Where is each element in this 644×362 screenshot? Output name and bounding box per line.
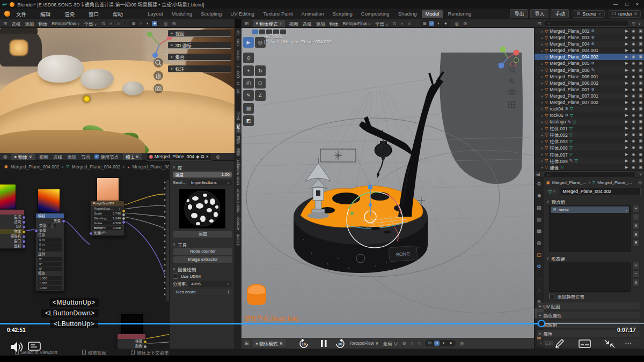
camera-visibility-icon[interactable]: ▣ — [639, 113, 642, 117]
solid-shading-icon[interactable]: ○ — [434, 341, 440, 346]
outliner-row[interactable]: ▸▽rock05⚙▽▶◉▣ — [535, 112, 644, 119]
sidebar-tab-po[interactable]: po — [236, 87, 240, 95]
vertex-group-item[interactable]: ▤mask▪ — [551, 206, 629, 213]
outliner-row[interactable]: ▸▽Merged_Plane_005⚙▶◉▣ — [535, 60, 644, 67]
node-counter-button[interactable]: Node counter — [173, 248, 233, 255]
eye-icon[interactable]: ◉ — [632, 68, 635, 72]
outliner-row[interactable]: ▸▽rock04⚙▽▶◉▣ — [535, 106, 644, 112]
scene-selector[interactable]: ⊡ Scene ∨ — [573, 10, 604, 18]
snap-magnet-icon[interactable]: ∩ — [400, 21, 404, 26]
select-cursor-icon[interactable]: ▶ — [625, 48, 628, 53]
pivot-icon[interactable]: ⊙ — [101, 21, 105, 26]
wireframe-shading-icon[interactable]: ⊞ — [427, 341, 433, 346]
eye-icon[interactable]: ◉ — [632, 113, 635, 117]
mapping-value-field[interactable]: 0° — [38, 257, 62, 261]
eye-icon[interactable]: ◉ — [632, 42, 635, 46]
list-remove-button[interactable]: − — [632, 213, 640, 221]
section-UV 贴图[interactable]: ▸UV 贴图 — [537, 302, 640, 309]
sidebar-tab-Scree[interactable]: Scree — [236, 48, 240, 61]
tool-rotate[interactable]: ↻ — [255, 65, 266, 76]
shape-keys-list[interactable] — [549, 262, 631, 292]
camera-visibility-icon[interactable]: ▣ — [639, 120, 642, 124]
socket-icon[interactable] — [122, 220, 126, 224]
camera-visibility-icon[interactable]: ▣ — [639, 100, 642, 105]
menu-选择[interactable]: 选择 — [11, 20, 20, 27]
mapping-value-field[interactable]: 0° — [38, 267, 62, 271]
select-cursor-icon[interactable]: ▶ — [625, 139, 628, 143]
select-cursor-icon[interactable]: ▶ — [625, 145, 628, 150]
mapping-value-field[interactable]: 0 m — [38, 242, 62, 247]
overlays-icon[interactable]: ◎ — [164, 21, 167, 26]
workspace-tab-modeling[interactable]: Modeling — [168, 10, 196, 18]
filter-icon[interactable]: ▽ — [632, 21, 635, 26]
outliner-row[interactable]: ▸▽Merged_Plane_002⚙▶◉▣ — [535, 28, 644, 34]
list-action-button[interactable]: ∨ — [632, 222, 640, 230]
disclosure-triangle-icon[interactable]: ▸ — [541, 55, 543, 59]
properties-tab-world[interactable]: ◍ — [535, 237, 544, 248]
menu-帮助[interactable]: 帮助 — [113, 10, 123, 18]
video-skip-controls[interactable]: 10 30 — [296, 338, 355, 349]
properties-search-input[interactable]: ○‑ — [543, 171, 636, 178]
properties-tab-modifiers[interactable]: ⚙ — [535, 261, 544, 271]
viewport-nav-icons[interactable] — [507, 65, 518, 114]
socket-icon[interactable] — [22, 225, 26, 229]
outliner[interactable]: ▸▽Merged_Plane_002⚙▶◉▣▸▽Merged_Plane_003… — [534, 28, 644, 171]
disclosure-triangle-icon[interactable]: ▸ — [541, 165, 543, 169]
disclosure-triangle-icon[interactable]: ▸ — [541, 62, 543, 65]
danmaku-icon[interactable] — [28, 342, 42, 352]
workspace-tab-sculpting[interactable]: Sculpting — [197, 10, 225, 18]
mapping-value-field[interactable]: 1.000 — [38, 286, 62, 290]
menu-添加[interactable]: 添加 — [25, 20, 34, 27]
solid-viewport[interactable]: SONG ▶◎⊙+↻◰⬡✎∠▧◩ 用户透视 (1) light | Merged… — [241, 28, 534, 349]
pin-icon[interactable]: ◎ — [638, 180, 642, 185]
image-node-field-Scale[interactable]: Scale0.748 — [92, 211, 122, 216]
select-cursor-icon[interactable]: ▶ — [625, 81, 628, 85]
select-cursor-icon[interactable]: ▶ — [625, 55, 628, 59]
sidebar-tab-F[interactable]: F — [236, 63, 240, 68]
video-progress-remaining[interactable] — [541, 323, 644, 324]
proportional-icon[interactable]: ○ — [408, 21, 411, 26]
wireframe-shading-icon[interactable]: ⊞ — [422, 21, 427, 26]
socket-icon[interactable] — [22, 240, 26, 243]
eye-icon[interactable]: ◉ — [632, 152, 635, 157]
workspace-tab-animation[interactable]: Animation — [298, 10, 328, 18]
select-cursor-icon[interactable]: ▶ — [625, 68, 628, 72]
workspace-tab-scripting[interactable]: Scripting — [329, 10, 356, 18]
sidebar-tab-Gr[interactable]: Gr — [236, 29, 240, 36]
note-pencil-icon[interactable] — [554, 338, 566, 350]
eye-icon[interactable]: ◉ — [632, 61, 635, 65]
导出-button[interactable]: 导出 — [510, 9, 528, 18]
outliner-row[interactable]: ▸▽Merged_Plane_007⚙▶◉▣ — [535, 86, 644, 93]
select-cursor-icon[interactable]: ▶ — [625, 94, 628, 98]
properties-tab-view-layer[interactable]: ▥ — [535, 213, 544, 224]
mapping-value-field[interactable]: 0° — [38, 262, 62, 266]
camera-visibility-icon[interactable]: ▣ — [639, 107, 642, 111]
eye-icon[interactable]: ◉ — [632, 120, 635, 124]
pan-hand-icon[interactable] — [153, 71, 163, 80]
mapping-value-field[interactable]: 1.000 — [38, 276, 62, 280]
tool-annotate[interactable]: ✎ — [243, 90, 254, 101]
disclosure-triangle-icon[interactable]: ▸ — [541, 68, 543, 72]
menu-全局[interactable]: 全局 ∨ — [375, 20, 388, 27]
mapping-value-field[interactable]: 0 m — [38, 238, 62, 242]
section-tools[interactable]: ∨工具 — [173, 241, 187, 248]
socket-icon[interactable] — [22, 245, 26, 248]
eye-icon[interactable]: ◉ — [632, 94, 635, 98]
tool-move[interactable]: + — [243, 65, 254, 76]
properties-tab-output[interactable]: ▤ — [535, 202, 544, 212]
proportional-icon[interactable]: ○ — [418, 341, 421, 346]
tiles-count-field[interactable]: Tiles count1 — [173, 289, 232, 295]
sidebar-tab-Qua[interactable]: Qua — [236, 69, 240, 79]
tool-shear[interactable]: ◩ — [243, 115, 254, 126]
outliner-row[interactable]: ▸▽tatalogo✎▽▶◉▣ — [535, 119, 644, 125]
sidebar-panel-集合[interactable]: ▸集合 — [168, 54, 231, 61]
disclosure-triangle-icon[interactable]: ▸ — [541, 133, 543, 137]
rendered-viewport[interactable]: ▸视图▸3D 游标▸集合▸标注 — [0, 28, 235, 153]
rendered-shading-icon[interactable]: ● — [152, 21, 157, 26]
select-cursor-icon[interactable]: ▶ — [625, 107, 628, 111]
camera-visibility-icon[interactable]: ▣ — [639, 29, 642, 33]
disclosure-triangle-icon[interactable]: ▸ — [541, 49, 543, 53]
camera-visibility-icon[interactable]: ▣ — [639, 126, 642, 130]
view-layer-selector[interactable]: ❒ render ⧉ — [609, 10, 641, 18]
image-node-field-Blending[interactable]: Blending1.048 — [92, 216, 122, 220]
